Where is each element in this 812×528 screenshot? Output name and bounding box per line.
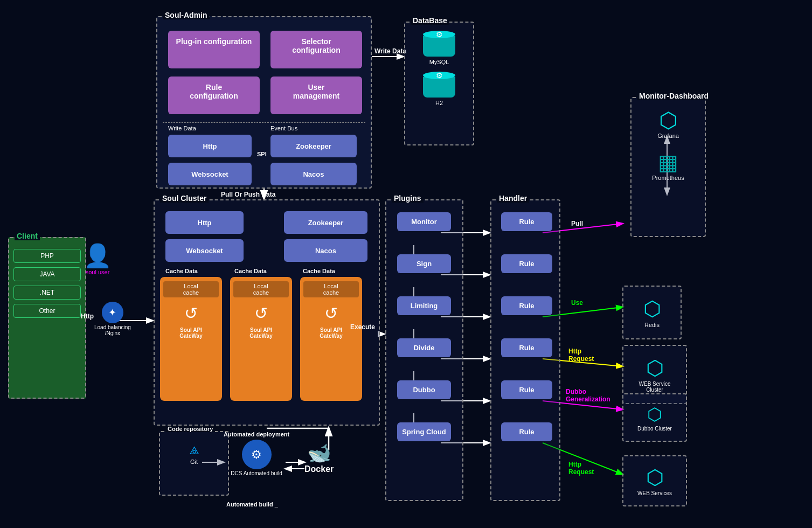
web-services-box: ⬡ WEB Services — [622, 455, 687, 506]
other-item: Other — [13, 304, 81, 318]
gateway-icon-2: ↺ — [254, 304, 268, 323]
h2-cylinder: ⚙ — [423, 72, 455, 99]
grafana-icon-group: ⬡ Grafana — [631, 108, 705, 139]
monitor-plugin-btn[interactable]: Monitor — [397, 212, 451, 231]
net-item: .NET — [13, 286, 81, 300]
http-sync-btn[interactable]: Http — [168, 135, 252, 157]
git-icon: ⟁ — [189, 439, 199, 458]
grafana-icon: ⬡ — [659, 108, 678, 133]
redis-icon: ⬡ — [643, 297, 661, 321]
diagram-container: Soul-Admin Plug-in configuration Selecto… — [0, 0, 812, 528]
client-label: Client — [15, 232, 40, 240]
plugins-box: Plugins Monitor Sign Limiting Divide Dub… — [385, 199, 463, 501]
cache-data-3-label: Cache Data — [303, 268, 335, 274]
websocket-sync-btn[interactable]: Websocket — [168, 163, 252, 185]
code-repo-label: Code repository — [165, 426, 215, 432]
selector-config-btn[interactable]: Selectorconfiguration — [270, 31, 362, 68]
user-mgmt-btn[interactable]: Usermanagement — [270, 77, 362, 114]
java-item: JAVA — [13, 267, 81, 281]
mysql-label: MySQL — [429, 59, 449, 65]
divide-plugin-btn[interactable]: Divide — [397, 338, 451, 357]
docker-label: Docker — [304, 464, 334, 474]
http-request-2-label: HttpRequest — [568, 461, 594, 476]
nginx-label: Load balancing/Nginx — [94, 324, 131, 336]
rule-btn-6[interactable]: Rule — [501, 422, 552, 441]
nginx-icon: ✦ — [102, 302, 123, 323]
rule-config-btn[interactable]: Ruleconfiguration — [168, 77, 260, 114]
mysql-icon-group: ⚙ MySQL — [405, 31, 473, 65]
rule-btn-5[interactable]: Rule — [501, 380, 552, 399]
dubbo-icon: ⬡ — [647, 404, 662, 425]
web-cluster-icon: ⬡ — [646, 356, 664, 380]
write-data-section-label: Write Data — [168, 125, 196, 131]
dcs-label: DCS Automated build — [231, 470, 282, 476]
git-group: ⟁ Git — [160, 439, 228, 465]
user-icon: 👤 — [84, 242, 112, 269]
monitor-dashboard-box: Monitor-Dashboard ⬡ Grafana ▦ Prometheus — [630, 97, 706, 237]
event-bus-label: Event Bus — [270, 125, 297, 131]
client-box: Client PHP JAVA .NET Other — [8, 237, 86, 399]
cluster-http-btn[interactable]: Http — [165, 211, 244, 234]
rule-btn-3[interactable]: Rule — [501, 296, 552, 315]
gateway-name-1: Soul APIGateWay — [179, 327, 202, 339]
dcs-icon: ⚙ — [242, 440, 272, 469]
cluster-nacos-btn[interactable]: Nacos — [284, 239, 367, 262]
database-box: DataBase ⚙ MySQL ⚙ H2 — [404, 22, 474, 145]
gateway-icon-1: ↺ — [184, 304, 198, 323]
limiting-plugin-btn[interactable]: Limiting — [397, 296, 451, 315]
pull-label: Pull — [571, 220, 583, 227]
use-label: Use — [571, 299, 583, 307]
gateway-card-1: Localcache ↺ Soul APIGateWay — [160, 277, 222, 401]
grafana-label: Grafana — [657, 133, 679, 139]
web-services-icon: ⬡ — [646, 466, 664, 489]
write-data-label: Write Data — [374, 47, 406, 55]
soul-admin-label: Soul-Admin — [163, 11, 210, 19]
plugins-label: Plugins — [392, 194, 424, 203]
handler-box: Handler Rule Rule Rule Rule Rule Rule — [490, 199, 560, 501]
spring-cloud-plugin-btn[interactable]: Spring Cloud — [397, 422, 451, 441]
nginx-group: ✦ Load balancing/Nginx — [94, 302, 131, 336]
soul-user-label: soul user — [86, 269, 110, 275]
gateway-name-3: Soul APIGateWay — [320, 327, 342, 339]
execute-label: Execute — [350, 323, 375, 331]
rule-btn-1[interactable]: Rule — [501, 212, 552, 231]
nacos-sync-btn[interactable]: Nacos — [270, 163, 357, 185]
plugin-config-btn[interactable]: Plug-in configuration — [168, 31, 260, 68]
http-label: Http — [81, 312, 94, 320]
dubbo-generalization-label: DubboGeneralization — [566, 388, 610, 403]
monitor-dashboard-label: Monitor-Dashboard — [637, 92, 711, 100]
cluster-websocket-btn[interactable]: Websocket — [165, 239, 244, 262]
cluster-zookeeper-btn[interactable]: Zookeeper — [284, 211, 367, 234]
rule-btn-2[interactable]: Rule — [501, 254, 552, 273]
dubbo-plugin-btn[interactable]: Dubbo — [397, 380, 451, 399]
automated-deploy-label: Automated deployment — [224, 431, 289, 437]
zookeeper-sync-btn[interactable]: Zookeeper — [270, 135, 357, 157]
sign-plugin-btn[interactable]: Sign — [397, 254, 451, 273]
automated-deploy-group: Automated deployment ⚙ DCS Automated bui… — [224, 431, 289, 476]
local-cache-1: Localcache — [163, 281, 219, 297]
h2-label: H2 — [435, 100, 443, 106]
automated-build-label: Automated build _ — [226, 501, 278, 508]
php-item: PHP — [13, 249, 81, 263]
spi-label: SPI — [257, 151, 267, 157]
prometheus-label: Prometheus — [652, 175, 684, 181]
prometheus-icon: ▦ — [658, 150, 678, 175]
gateway-card-3: Localcache ↺ Soul APIGateWay — [300, 277, 362, 401]
cache-data-1-label: Cache Data — [165, 268, 198, 274]
mysql-cylinder: ⚙ — [423, 31, 455, 58]
rule-btn-4[interactable]: Rule — [501, 338, 552, 357]
web-cluster-label: WEB ServiceCluster — [639, 381, 671, 393]
gateway-icon-3: ↺ — [324, 304, 338, 323]
docker-icon: 🐋 — [307, 442, 331, 464]
client-items: PHP JAVA .NET Other — [9, 242, 85, 322]
dubbo-cluster-label: Dubbo Cluster — [637, 426, 672, 432]
web-services-label: WEB Services — [637, 490, 672, 496]
pull-push-label: Pull Or Push Data — [221, 191, 275, 198]
cache-data-2-label: Cache Data — [234, 268, 267, 274]
soul-user-group: 👤 soul user — [84, 242, 112, 275]
redis-label: Redis — [644, 322, 660, 328]
local-cache-3: Localcache — [303, 281, 359, 297]
h2-icon-group: ⚙ H2 — [405, 72, 473, 106]
local-cache-2: Localcache — [233, 281, 289, 297]
soul-cluster-box: Soul Cluster Http Zookeeper Websocket Na… — [154, 199, 380, 426]
